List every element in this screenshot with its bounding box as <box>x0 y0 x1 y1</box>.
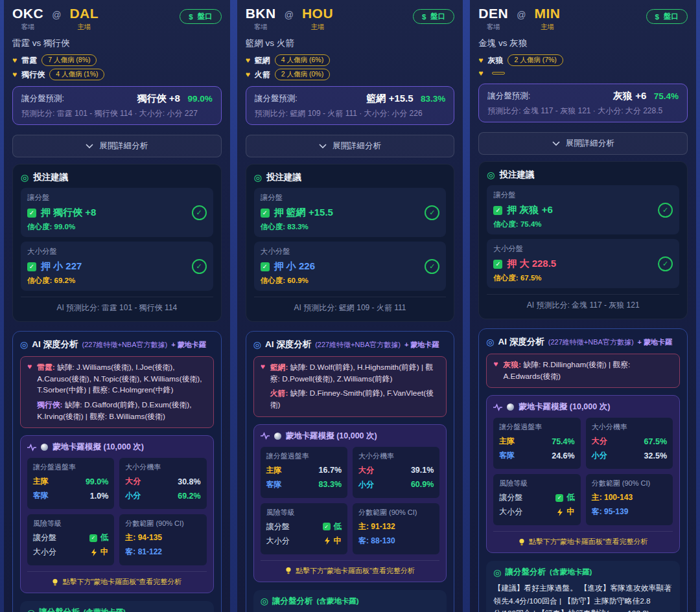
risk-mid-badge: 中 <box>557 506 575 517</box>
risk-low-badge: ✓ 低 <box>323 521 342 532</box>
spread-bet-label: 讓分盤 <box>261 193 440 203</box>
lightning-icon <box>91 549 97 556</box>
expand-analysis-button[interactable]: 展開詳細分析 <box>478 132 688 155</box>
score-range-tile: 分數範圍 (90% CI) 主: 91-132 客: 88-130 <box>353 503 439 554</box>
injury-team-name: 灰狼: <box>503 360 521 369</box>
home-location-label: 主場 <box>302 23 333 32</box>
away-team-code: DEN <box>478 6 508 21</box>
dice-icon <box>507 403 514 411</box>
prediction-subtitle: 預測比分: 金塊 117 - 灰狼 121 · 大小分: 大分 228.5 <box>487 106 679 117</box>
ai-analysis-subtitle: (227維特徵+NBA官方數據) <box>315 340 401 350</box>
ai-analysis-card: ◎ AI 深度分析 (227維特徵+NBA官方數據) + 蒙地卡羅 ♥ 灰狼: … <box>478 328 688 612</box>
betting-advice-card: ◎ 投注建議 讓分盤 ✓ 押 獨行俠 +8 ✓ 信心度: 99.0% 大小分盤 … <box>12 164 222 322</box>
odds-button[interactable]: $ 盤口 <box>413 9 454 24</box>
betting-advice-title: 投注建議 <box>33 172 68 183</box>
away-score-range: 客: 88-130 <box>358 536 434 547</box>
over-rate: 39.1% <box>411 466 434 475</box>
home-location-label: 主場 <box>69 23 99 32</box>
heart-icon: ♥ <box>493 359 498 382</box>
prediction-pick-wrap: 灰狼 +6 75.4% <box>613 90 679 102</box>
bulb-icon <box>52 578 58 586</box>
home-cover-rate: 75.4% <box>552 437 574 446</box>
prediction-label: 讓分盤預測: <box>21 93 64 104</box>
spread-bet-pick: 押 灰狼 +6 <box>507 204 552 216</box>
target-icon: ◎ <box>261 596 268 606</box>
badge-team-name: 籃網 <box>255 55 270 66</box>
spread-bet-label: 讓分盤 <box>27 193 207 203</box>
odds-button[interactable]: $ 盤口 <box>180 9 221 24</box>
risk-level-tile: 風險等級 讓分盤 ✓ 低 大小分 中 <box>27 514 114 565</box>
spread-analysis-title: 讓分盤分析 <box>506 567 546 578</box>
target-icon: ◎ <box>254 172 262 183</box>
away-cover-rate: 1.0% <box>90 492 109 501</box>
total-bet-pick: 押 大 228.5 <box>507 258 556 270</box>
home-team-code: MIN <box>534 6 560 21</box>
matchup-codes: DEN 客場 @ MIN 主場 <box>478 6 560 32</box>
target-icon: ◎ <box>487 170 495 180</box>
matchup-codes: OKC 客場 @ DAL 主場 <box>12 6 99 32</box>
prediction-banner: 讓分盤預測: 灰狼 +6 75.4% 預測比分: 金塊 117 - 灰狼 121… <box>478 84 688 122</box>
injury-report-box: ♥ 籃網: 缺陣: D.Wolf(前鋒), H.Highsmith(前鋒) | … <box>253 356 447 417</box>
prediction-label: 讓分盤預測: <box>487 91 530 102</box>
home-location-label: 主場 <box>534 23 560 32</box>
score-range-tile: 分數範圍 (90% CI) 主: 94-135 客: 81-122 <box>119 514 206 565</box>
prediction-pick-wrap: 籃網 +15.5 83.3% <box>366 93 445 105</box>
home-team: DAL 主場 <box>69 6 99 32</box>
prediction-pick-wrap: 獨行俠 +8 99.0% <box>137 93 213 105</box>
injury-count-badge: 7 人傷病 (8%) <box>41 54 97 66</box>
prediction-pick: 獨行俠 +8 <box>137 93 180 104</box>
odds-button-label: 盤口 <box>664 12 679 21</box>
odds-button[interactable]: $ 盤口 <box>646 9 688 24</box>
heart-icon: ♥ <box>478 69 483 78</box>
spread-bet-tile: 讓分盤 ✓ 押 獨行俠 +8 ✓ 信心度: 99.0% <box>21 188 213 237</box>
injury-badges: ♥ 灰狼 2 人傷病 (7%) ♥ <box>478 54 688 78</box>
ai-analysis-montecarlo: + 蒙地卡羅 <box>404 340 439 350</box>
risk-level-tile: 風險等級 讓分盤 ✓ 低 大小分 中 <box>261 503 347 554</box>
dollar-icon: $ <box>655 13 659 21</box>
spread-bet-confidence: 信心度: 99.0% <box>27 222 207 232</box>
under-rate: 69.2% <box>178 492 200 501</box>
checkbox-icon: ✓ <box>261 262 270 271</box>
away-cover-rate: 83.3% <box>319 480 342 489</box>
ai-analysis-subtitle: (227維特徵+NBA官方數據) <box>82 340 167 350</box>
heart-icon: ♥ <box>478 56 483 65</box>
spread-cover-rate-tile: 讓分盤過盤率 主隊 75.4% 客隊 24.6% <box>493 418 580 469</box>
total-bet-confidence: 信心度: 69.2% <box>27 276 207 286</box>
prediction-confidence: 99.0% <box>187 94 212 104</box>
bulb-icon <box>519 538 525 546</box>
risk-low-badge: ✓ 低 <box>89 532 109 543</box>
away-team-label: 客隊 <box>266 479 282 490</box>
checkbox-icon: ✓ <box>493 260 502 269</box>
ai-score-footer: AI 預測比分: 金塊 117 - 灰狼 121 <box>487 294 679 313</box>
prediction-subtitle: 預測比分: 雷霆 101 - 獨行俠 114 · 大小分: 小分 227 <box>21 108 213 119</box>
spread-bet-confidence: 信心度: 75.4% <box>493 220 673 229</box>
expand-analysis-button[interactable]: 展開詳細分析 <box>246 135 455 157</box>
injury-badge-row: ♥ 雷霆 7 人傷病 (8%) <box>12 54 222 66</box>
total-rate-tile: 大小分機率 大分 67.5% 小分 32.5% <box>586 418 673 469</box>
expand-analysis-button[interactable]: 展開詳細分析 <box>12 135 222 157</box>
heart-icon: ♥ <box>12 70 17 79</box>
odds-button-label: 盤口 <box>430 12 445 21</box>
away-team: BKN 客場 <box>246 6 276 32</box>
injury-report-row: 火箭: 缺陣: D.Finney-Smith(前鋒), F.VanVleet(後… <box>270 388 440 411</box>
home-team-code: HOU <box>302 6 333 21</box>
total-bet-label: 大小分盤 <box>27 247 207 256</box>
monte-carlo-title: 蒙地卡羅模擬 (10,000 次) <box>519 402 610 413</box>
injury-badge-row: ♥ 火箭 2 人傷病 (0%) <box>246 69 455 80</box>
heart-icon: ♥ <box>27 362 32 422</box>
betting-advice-card: ◎ 投注建議 讓分盤 ✓ 押 籃網 +15.5 ✓ 信心度: 83.3% 大小分… <box>246 164 455 322</box>
target-icon: ◎ <box>486 337 494 347</box>
at-separator: @ <box>285 10 294 20</box>
monte-carlo-panel: 蒙地卡羅模擬 (10,000 次) 讓分盤過盤率 主隊 16.7% 客隊 83.… <box>253 424 447 582</box>
badge-team-name: 火箭 <box>255 69 270 80</box>
under-label: 小分 <box>358 479 374 490</box>
under-label: 小分 <box>592 450 607 461</box>
score-range-tile: 分數範圍 (90% CI) 主: 100-143 客: 95-139 <box>586 474 673 525</box>
target-icon: ◎ <box>493 567 501 578</box>
spread-bet-tile: 讓分盤 ✓ 押 灰狼 +6 ✓ 信心度: 75.4% <box>487 185 679 234</box>
spread-bet-pick: 押 籃網 +15.5 <box>274 207 333 219</box>
away-score-range: 客: 95-139 <box>592 506 667 517</box>
spread-analysis-text: 【建議】看好主隊過盤。 【進攻】客隊進攻效率顯著領先4.4分/100回合 | 【… <box>493 582 673 612</box>
monte-carlo-title: 蒙地卡羅模擬 (10,000 次) <box>52 442 144 453</box>
ai-analysis-subtitle: (227維特徵+NBA官方數據) <box>548 337 634 347</box>
